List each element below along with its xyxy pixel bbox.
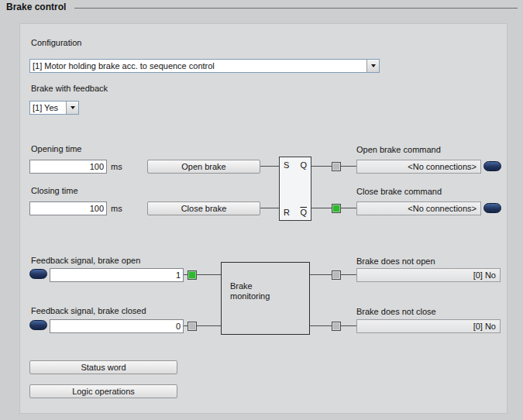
- close-brake-command-interconnect-icon[interactable]: [483, 203, 501, 213]
- feedback-open-input[interactable]: [50, 268, 184, 282]
- brake-control-panel: [19, 23, 508, 414]
- wire: [341, 166, 356, 167]
- feedback-mode-label: Brake with feedback: [31, 84, 108, 93]
- close-brake-command-label: Close brake command: [356, 187, 442, 196]
- opening-time-input[interactable]: [29, 160, 107, 174]
- close-brake-command-field[interactable]: <No connections>: [356, 201, 481, 215]
- close-command-status-indicator-icon: [332, 204, 341, 213]
- close-brake-button[interactable]: Close brake: [147, 201, 260, 215]
- feedback-mode-dropdown[interactable]: [1] Yes: [29, 101, 79, 115]
- open-brake-button[interactable]: Open brake: [147, 160, 260, 174]
- brake-monitoring-block: Brake monitoring: [221, 262, 310, 335]
- closing-time-label: Closing time: [31, 186, 78, 195]
- feedback-closed-interconnect-icon[interactable]: [29, 320, 47, 330]
- opening-time-label: Opening time: [31, 144, 81, 153]
- brake-does-not-close-label: Brake does not close: [356, 307, 436, 316]
- wire: [260, 208, 279, 208]
- feedback-closed-input[interactable]: [50, 319, 184, 333]
- feedback-open-label: Feedback signal, brake open: [31, 256, 140, 265]
- closing-time-unit: ms: [111, 204, 122, 213]
- header-divider: [74, 8, 518, 9]
- brake-does-not-open-field: [0] No: [356, 268, 501, 282]
- wire: [310, 325, 332, 326]
- wire: [197, 274, 221, 275]
- sr-q-label: Q: [300, 160, 307, 170]
- sr-flipflop-block: S Q R Q: [279, 157, 311, 221]
- brake-monitoring-label-line2: monitoring: [230, 291, 270, 301]
- wire: [341, 274, 356, 275]
- wire: [311, 166, 332, 167]
- brake-monitoring-label-line1: Brake: [230, 281, 270, 291]
- closing-time-input[interactable]: [29, 201, 107, 215]
- feedback-closed-label: Feedback signal, brake closed: [31, 306, 146, 315]
- open-command-status-indicator-icon: [332, 162, 341, 171]
- open-brake-command-label: Open brake command: [356, 145, 441, 154]
- feedback-mode-dropdown-button[interactable]: [66, 102, 78, 114]
- brake-does-not-close-field: [0] No: [356, 319, 501, 333]
- feedback-closed-status-indicator-icon: [188, 322, 197, 331]
- open-brake-command-field[interactable]: <No connections>: [356, 160, 481, 174]
- configuration-dropdown[interactable]: [1] Motor holding brake acc. to sequence…: [29, 59, 380, 73]
- wire: [197, 325, 221, 326]
- brake-does-not-close-status-indicator-icon: [332, 322, 341, 331]
- wire: [341, 208, 356, 208]
- wire: [310, 274, 332, 275]
- sr-q-inverted-label: Q: [300, 208, 307, 217]
- open-brake-command-interconnect-icon[interactable]: [483, 161, 501, 171]
- wire: [260, 166, 279, 167]
- brake-does-not-open-label: Brake does not open: [356, 256, 435, 266]
- status-word-button[interactable]: Status word: [29, 360, 177, 374]
- chevron-down-icon: [371, 64, 376, 67]
- opening-time-unit: ms: [111, 162, 122, 171]
- logic-operations-button[interactable]: Logic operations: [29, 384, 177, 398]
- feedback-open-interconnect-icon[interactable]: [29, 269, 47, 279]
- configuration-label: Configuration: [31, 38, 81, 47]
- brake-monitoring-label: Brake monitoring: [230, 281, 270, 301]
- page-title: Brake control: [6, 2, 66, 12]
- wire: [311, 208, 332, 208]
- chevron-down-icon: [71, 106, 75, 109]
- feedback-open-status-indicator-icon: [188, 270, 197, 280]
- sr-set-label: S: [284, 160, 289, 170]
- wire: [341, 325, 356, 326]
- sr-reset-label: R: [284, 208, 290, 217]
- brake-control-screen: Brake control Configuration [1] Motor ho…: [0, 0, 523, 420]
- brake-does-not-open-status-indicator-icon: [332, 270, 341, 280]
- feedback-mode-selected-value: [1] Yes: [30, 103, 66, 112]
- configuration-dropdown-button[interactable]: [366, 60, 379, 72]
- configuration-selected-value: [1] Motor holding brake acc. to sequence…: [30, 61, 366, 71]
